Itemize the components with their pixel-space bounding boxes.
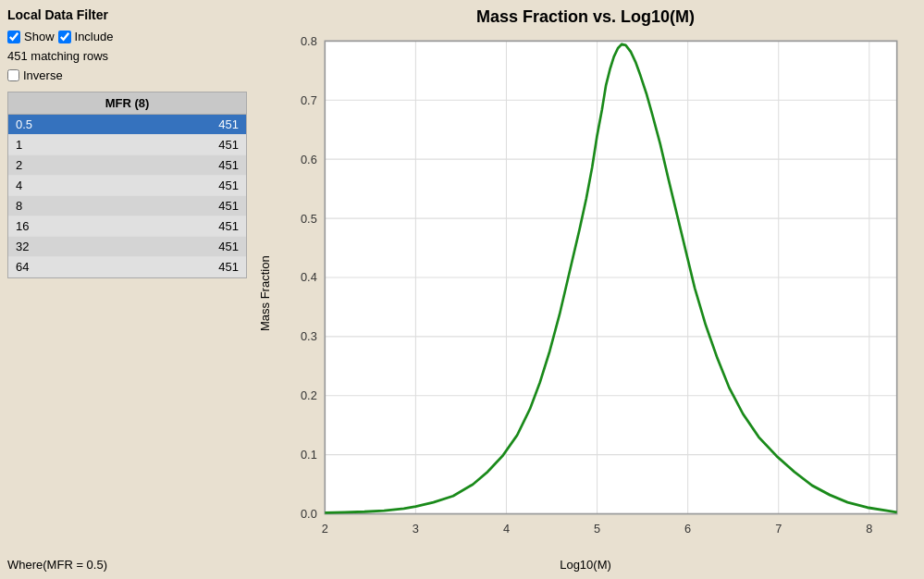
y-axis-label: Mass Fraction (254, 31, 276, 556)
show-label: Show (24, 30, 55, 43)
x-axis-label: Log10(M) (254, 558, 917, 572)
where-label: Where(MFR = 0.5) (7, 550, 247, 572)
svg-text:3: 3 (413, 522, 419, 536)
filter-row-value: 2 (16, 158, 22, 172)
filter-row-value: 16 (16, 219, 29, 233)
filter-row-count: 451 (218, 240, 239, 253)
inverse-checkbox[interactable] (7, 69, 19, 81)
svg-text:0.7: 0.7 (301, 92, 317, 106)
panel-title: Local Data Filter (7, 7, 247, 22)
chart-inner: 0.0 0.1 0.2 0.3 0.4 0.5 0.6 0.7 0.8 (276, 31, 917, 556)
filter-row-value: 4 (16, 179, 22, 192)
filter-row-value: 64 (16, 260, 29, 274)
filter-row-count: 451 (218, 179, 239, 192)
svg-text:0.6: 0.6 (301, 152, 317, 166)
filter-table-header: MFR (8) (8, 92, 246, 115)
filter-row-count: 451 (218, 138, 239, 152)
svg-text:7: 7 (775, 522, 782, 536)
filter-row-count: 451 (218, 117, 239, 131)
filter-row[interactable]: 64451 (8, 257, 246, 277)
filter-row[interactable]: 4451 (8, 176, 246, 196)
filter-row-value: 8 (16, 199, 22, 213)
svg-text:6: 6 (684, 522, 691, 536)
svg-text:8: 8 (866, 522, 872, 536)
svg-text:0.1: 0.1 (301, 448, 317, 462)
filter-table: MFR (8) 0.545114512451445184511645132451… (7, 92, 247, 278)
svg-text:0.5: 0.5 (301, 211, 317, 225)
show-row: Show Include (7, 30, 247, 43)
svg-text:2: 2 (322, 522, 328, 536)
svg-text:0.0: 0.0 (301, 507, 317, 521)
inverse-label: Inverse (23, 68, 63, 82)
svg-text:0.4: 0.4 (301, 270, 317, 284)
filter-row-count: 451 (218, 219, 239, 233)
chart-area: Mass Fraction vs. Log10(M) Mass Fraction (254, 0, 924, 579)
chart-title: Mass Fraction vs. Log10(M) (254, 7, 917, 27)
filter-row[interactable]: 2451 (8, 155, 246, 176)
filter-rows-container: 0.54511451245144518451164513245164451 (8, 115, 246, 277)
filter-row-value: 1 (16, 138, 22, 152)
left-panel: Local Data Filter Show Include 451 match… (0, 0, 254, 579)
filter-row[interactable]: 1451 (8, 135, 246, 155)
filter-row[interactable]: 16451 (8, 216, 246, 237)
filter-row-value: 0.5 (16, 117, 32, 131)
filter-row-count: 451 (218, 260, 239, 274)
show-checkbox[interactable] (7, 31, 20, 43)
include-checkbox[interactable] (58, 31, 71, 43)
svg-text:0.3: 0.3 (301, 329, 317, 343)
filter-row[interactable]: 0.5451 (8, 115, 246, 135)
filter-row[interactable]: 32451 (8, 237, 246, 257)
matching-rows-text: 451 matching rows (7, 49, 247, 63)
svg-text:0.8: 0.8 (301, 34, 317, 48)
filter-row-count: 451 (218, 199, 239, 213)
filter-row[interactable]: 8451 (8, 196, 246, 216)
inverse-row: Inverse (7, 68, 247, 82)
chart-container: Mass Fraction (254, 31, 917, 556)
svg-text:0.2: 0.2 (301, 388, 317, 402)
svg-text:4: 4 (503, 522, 510, 536)
include-label: Include (75, 30, 114, 43)
filter-row-count: 451 (218, 158, 239, 172)
chart-svg: 0.0 0.1 0.2 0.3 0.4 0.5 0.6 0.7 0.8 (276, 31, 917, 556)
svg-text:5: 5 (594, 522, 600, 536)
filter-row-value: 32 (16, 240, 29, 253)
